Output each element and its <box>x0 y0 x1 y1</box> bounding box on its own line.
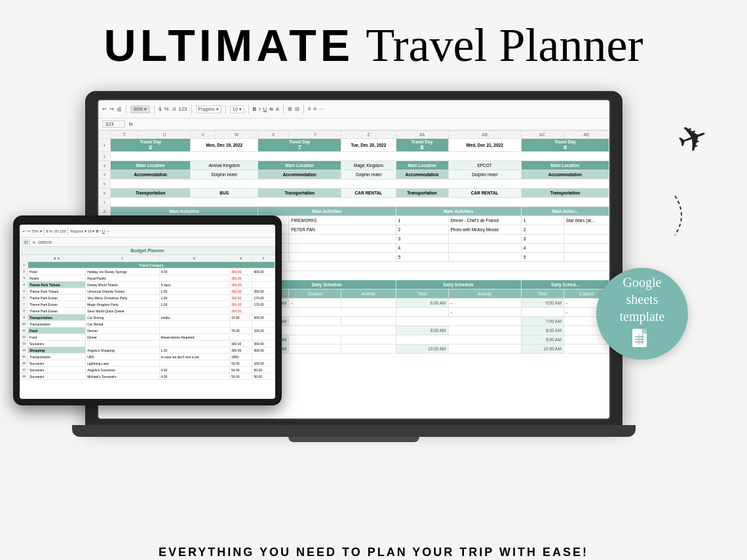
t-underline[interactable]: U <box>102 229 105 233</box>
row-5: 5 <box>99 179 111 189</box>
merge-btn[interactable]: ⊟ <box>295 106 299 112</box>
t-dollar[interactable]: $ % <box>47 229 52 233</box>
b-r6-c2: Very Merry Christmas Party <box>86 295 159 301</box>
airplane-icon: ✈ <box>671 113 714 163</box>
t-size[interactable]: 10 ▾ <box>88 229 95 233</box>
font-select[interactable]: Poppins ▾ <box>196 105 221 113</box>
b-r13-c5: 350.00 <box>252 341 275 347</box>
r11-c7: 3 <box>521 234 564 244</box>
daily-schedule-4: Daily Sched... <box>521 280 609 289</box>
time-4-r23: 10:00 AM <box>521 345 564 354</box>
more-btn[interactable]: ⋯ <box>319 106 324 112</box>
b-r3-c4: 300.00 <box>230 275 252 282</box>
laptop-tabs: Customize Here Budget Planner Transactio… <box>98 419 609 420</box>
b-rn-8: 8 <box>20 308 28 314</box>
t-bold[interactable]: B <box>96 229 98 233</box>
t-123[interactable]: .00 123 <box>54 229 66 233</box>
act-val-3: Dinner - Chef's de France <box>448 216 521 225</box>
gs-line1: Google <box>623 275 662 289</box>
b-rn-12: 12 <box>20 334 28 341</box>
r11-c4 <box>289 234 396 244</box>
redo-icon[interactable]: ↪ <box>109 106 114 112</box>
b-r15-c1: Transportation <box>28 354 86 360</box>
t-more[interactable]: ⋯ <box>106 229 110 233</box>
italic-btn[interactable]: I <box>259 106 260 112</box>
r11-c5: 3 <box>396 234 448 244</box>
b-r2-c1: Hotel <box>28 269 86 275</box>
t-cell-ref[interactable]: B3 <box>22 240 30 245</box>
b-rn-3: 3 <box>20 275 28 282</box>
cust-2-r20 <box>289 317 341 326</box>
col-Z: Z <box>341 131 396 139</box>
b-r15-c4: 1883 <box>230 354 252 360</box>
b-r3-c1: Hotels <box>28 275 86 282</box>
t-font[interactable]: Poppins ▾ <box>70 229 86 233</box>
dollar-icon[interactable]: $ <box>159 106 161 112</box>
b-r12-c5 <box>252 334 275 341</box>
border-btn[interactable]: ⊞ <box>288 106 292 112</box>
act-val-4: Star Wars (at... <box>564 216 609 225</box>
format-icon[interactable]: 123 <box>178 106 187 112</box>
b-r16-c2: Lightning Lane <box>86 360 159 367</box>
t-zoom[interactable]: 75% ▾ <box>31 229 42 233</box>
col-T: T <box>111 131 138 139</box>
color-btn[interactable]: A <box>276 106 279 112</box>
t-sep2 <box>67 228 68 234</box>
separator4 <box>225 105 226 114</box>
b-r11-c4: 75.00 <box>230 327 252 334</box>
undo-icon[interactable]: ↩ <box>102 106 107 112</box>
time-4-r20: 7:00 AM <box>521 317 564 326</box>
budget-table: A B C D E F 1 Travel Category <box>20 255 275 380</box>
date-dec21: Wed, Dec 21, 2022 <box>448 139 521 152</box>
percent-icon[interactable]: % <box>164 106 168 112</box>
b-r9-c4: 15.00 <box>230 314 252 321</box>
b-r9-c3: media <box>159 314 229 321</box>
b-r13-c4: 300.00 <box>230 341 252 347</box>
zoom-select[interactable]: 80% ▾ <box>130 105 150 113</box>
activity-sub-3: Activity <box>448 289 521 299</box>
align-center[interactable]: ≡ <box>314 106 317 112</box>
underline-btn[interactable]: U <box>263 106 267 112</box>
cell-reference[interactable]: S23 <box>102 121 125 128</box>
align-left[interactable]: ≡ <box>308 106 311 112</box>
print-icon[interactable]: 🖨 <box>117 106 122 112</box>
google-sheets-badge: Google sheets template <box>596 268 688 360</box>
r12-c6 <box>448 244 521 253</box>
separator7 <box>303 105 304 114</box>
row5-spacer <box>111 179 609 189</box>
b-r18-c2: Michael's Souvenirs <box>86 373 159 380</box>
b-r9-c5: 500.00 <box>252 314 275 321</box>
b-col-f: F <box>252 255 275 262</box>
b-rn-15: 15 <box>20 354 28 360</box>
separator3 <box>191 105 192 114</box>
b-r17-c4: 50.00 <box>230 367 252 373</box>
t-redo[interactable]: ↪ <box>27 229 30 233</box>
b-r6-c4: 300.00 <box>230 295 252 301</box>
bold-btn[interactable]: B <box>253 106 257 112</box>
time-sub-4: Time <box>521 289 564 299</box>
b-r9-c2: Car Driving <box>86 314 159 321</box>
act-num-4: 1 <box>521 216 564 225</box>
decimal-icon[interactable]: .0 <box>172 106 176 112</box>
t-undo[interactable]: ↩ <box>22 229 26 233</box>
t-italic[interactable]: I <box>100 229 101 233</box>
font-size-select[interactable]: 10 ▾ <box>230 105 244 113</box>
separator5 <box>248 105 249 114</box>
b-r12-c3: Reservations Required <box>159 334 229 341</box>
act-val-4b <box>564 225 609 234</box>
strikethrough-btn[interactable]: S <box>269 106 273 112</box>
travel-day-9-header: Travel Day9 <box>521 139 609 152</box>
b-r4-c5 <box>252 282 275 288</box>
tagline: Everything you need to plan your trip wi… <box>0 536 747 559</box>
tablet-spreadsheet: ↩ ↪ 75% ▾ $ % .00 123 Poppins ▾ 10 ▾ B I… <box>20 225 275 399</box>
b-col-header: A B <box>28 255 86 262</box>
b-rn-14: 14 <box>20 347 28 354</box>
b-r6-c5: 170.00 <box>252 295 275 301</box>
act-num-3b: 2 <box>396 225 448 234</box>
t-formula-value: 21655.00 <box>38 240 52 244</box>
b-r18-c1: Souvenirs <box>28 373 86 380</box>
b-r3-c3 <box>159 275 229 282</box>
b-r15-c2: UBS <box>86 354 159 360</box>
row2-spacer <box>111 152 609 161</box>
accom-label-4: Accommodation <box>521 170 609 179</box>
